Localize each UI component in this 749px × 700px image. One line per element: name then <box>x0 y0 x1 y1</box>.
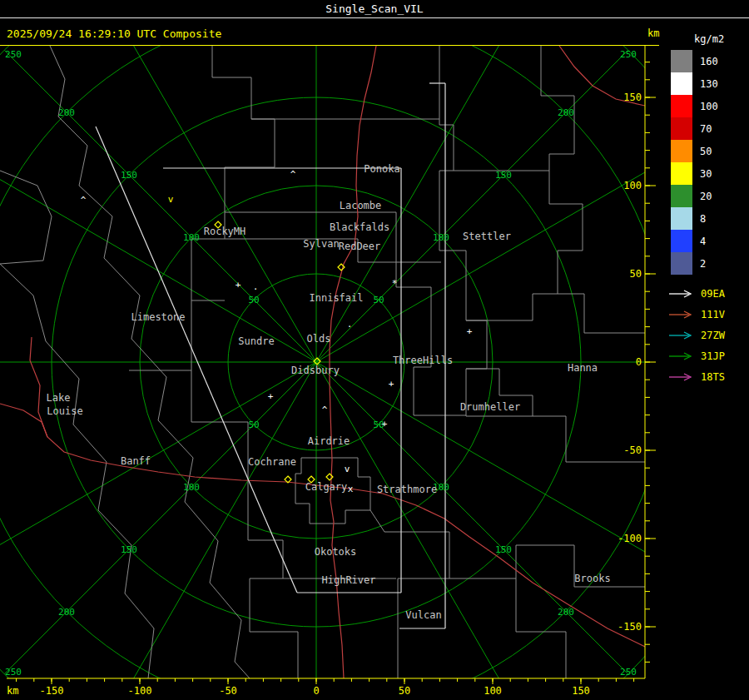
track-legend: 09EA111V27ZW31JP18TS <box>659 283 749 387</box>
city-label: Blackfalds <box>330 221 389 233</box>
color-scale-row: 130 <box>659 72 749 95</box>
city-label: Ponoka <box>364 163 399 175</box>
city-label: Brooks <box>574 573 610 584</box>
ring-distance-label: 200 <box>58 107 75 118</box>
track-arrow-icon <box>667 351 696 361</box>
bottom-axis-tick-label: 0 <box>313 685 319 697</box>
track-id-label: 31JP <box>701 350 725 362</box>
color-scale-value: 70 <box>700 123 712 135</box>
bottom-axis-tick-label: 150 <box>572 685 590 697</box>
county-boundary <box>466 294 645 333</box>
bottom-axis-tick-label: -50 <box>219 685 237 697</box>
map-layers: 5050505010010010010015015015015020020020… <box>0 46 657 700</box>
city-label: Strathmore <box>377 484 437 495</box>
color-scale-swatch <box>671 207 692 230</box>
radial-line <box>96 362 316 700</box>
color-scale-swatch <box>671 252 692 275</box>
window-title: Single_Scan_VIL <box>325 2 423 15</box>
station-symbol: * <box>392 278 398 289</box>
ring-distance-label: 100 <box>183 232 200 243</box>
ring-distance-label: 200 <box>558 607 574 618</box>
ring-distance-label: 150 <box>495 170 512 181</box>
timestamp-label: 2025/09/24 16:29:10 UTC Composite <box>7 27 221 40</box>
color-scale-value: 20 <box>700 191 712 202</box>
ring-distance-label: 200 <box>58 607 75 618</box>
ring-distance-label: 250 <box>620 49 637 60</box>
ring-distance-label: 150 <box>121 170 137 181</box>
city-label: Calgary <box>305 481 348 493</box>
right-axis-tick-label: 150 <box>623 92 642 103</box>
color-scale-swatch <box>671 50 692 72</box>
track-legend-row: 27ZW <box>659 325 749 345</box>
city-label: Okotoks <box>315 546 357 558</box>
color-scale-value: 160 <box>700 56 718 67</box>
color-scale-row: 70 <box>659 117 749 140</box>
highway-line <box>30 337 47 437</box>
county-boundary <box>516 578 566 678</box>
bottom-axis-tick-label: 100 <box>484 685 502 697</box>
right-axis-tick-label: 0 <box>636 356 642 368</box>
ring-distance-label: 150 <box>121 544 137 555</box>
ring-distance-label: 250 <box>620 667 637 678</box>
county-boundary <box>0 264 154 678</box>
county-boundary <box>466 416 645 462</box>
color-scale-swatch <box>671 117 692 140</box>
track-legend-row: 31JP <box>659 345 749 366</box>
color-scale: 16013010070503020842 <box>659 50 749 275</box>
color-scale-value: 2 <box>700 258 706 270</box>
ring-distance-label: 200 <box>558 107 574 118</box>
track-arrow-icon <box>667 289 696 299</box>
county-boundary <box>191 239 225 300</box>
color-scale-row: 30 <box>659 162 749 185</box>
city-label: Drumheller <box>460 401 520 413</box>
city-label: Olds <box>307 333 331 345</box>
city-label: RockyMH <box>204 226 246 237</box>
color-scale-swatch <box>671 72 692 95</box>
right-axis-tick-label: -150 <box>618 621 642 633</box>
city-label: Limestone <box>131 311 185 323</box>
county-boundary <box>0 171 52 264</box>
ring-distance-label: 250 <box>5 667 22 678</box>
track-arrow-icon <box>667 372 696 382</box>
bottom-axis-tick-label: 50 <box>399 685 410 697</box>
app-window: Single_Scan_VIL 2025/09/24 16:29:10 UTC … <box>0 0 749 700</box>
color-scale-row: 4 <box>659 230 749 252</box>
city-label: Innisfail <box>309 292 363 304</box>
city-label: Louise <box>47 405 82 417</box>
color-scale-row: 160 <box>659 50 749 72</box>
station-symbol: + <box>236 280 241 290</box>
city-label: Hanna <box>568 362 598 374</box>
radial-line <box>0 141 316 362</box>
county-boundary <box>191 370 248 479</box>
radar-map: 5050505010010010010015015015015020020020… <box>0 46 657 700</box>
station-symbol: . <box>253 281 259 292</box>
city-label: Lacombe <box>340 200 382 211</box>
ring-distance-label: 150 <box>495 544 512 555</box>
bottom-axis-unit-label: km <box>7 685 18 697</box>
track-arrow-icon <box>667 330 696 340</box>
color-scale-swatch <box>671 230 692 252</box>
city-label: Airdrie <box>308 435 350 447</box>
color-scale-value: 100 <box>700 101 718 112</box>
city-label: Lake <box>47 392 71 404</box>
color-scale-swatch <box>671 185 692 207</box>
county-boundary <box>396 212 466 415</box>
city-label: Banff <box>121 455 151 467</box>
station-symbol: x <box>348 484 354 494</box>
station-symbol: v <box>345 464 350 474</box>
station-symbol: + <box>467 326 473 337</box>
ring-distance-label: 50 <box>248 295 259 305</box>
color-scale-row: 8 <box>659 207 749 230</box>
color-scale-swatch <box>671 95 692 117</box>
track-id-label: 18TS <box>701 371 725 383</box>
station-symbol: ^ <box>81 195 87 206</box>
ring-distance-label: 250 <box>5 49 22 60</box>
color-scale-swatch <box>671 140 692 162</box>
color-scale-row: 2 <box>659 252 749 275</box>
right-axis-unit-label: km <box>647 27 659 39</box>
bottom-axis-tick-label: -150 <box>40 685 64 697</box>
track-legend-row: 111V <box>659 304 749 325</box>
track-id-label: 09EA <box>701 288 725 300</box>
radar-coverage-outline <box>96 127 297 593</box>
track-legend-row: 18TS <box>659 366 749 387</box>
